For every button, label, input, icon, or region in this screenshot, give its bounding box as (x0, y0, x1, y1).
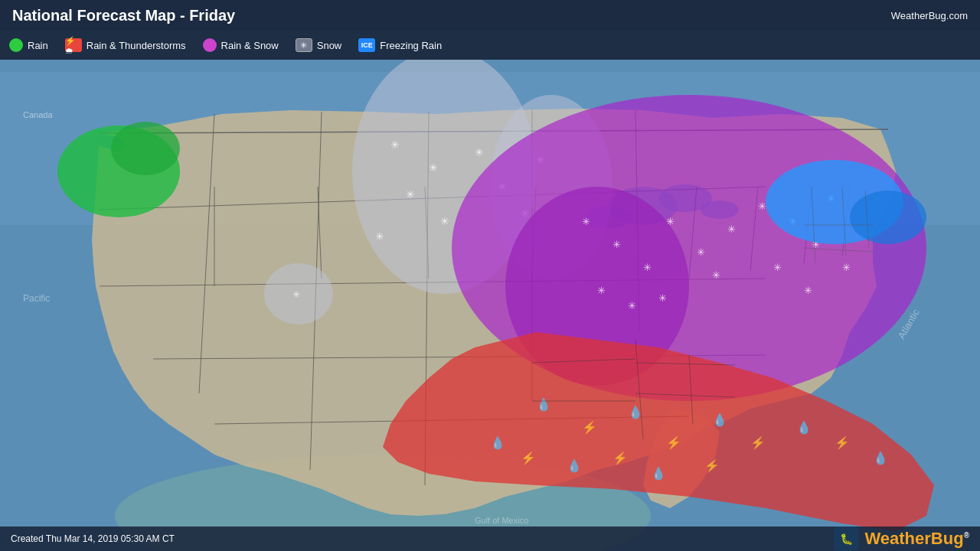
svg-text:⚡: ⚡ (521, 451, 536, 465)
svg-text:✳: ✳ (804, 285, 812, 296)
legend-freezing: ICE Freezing Rain (358, 38, 442, 52)
svg-text:✳: ✳ (697, 246, 705, 258)
map-area: ✳ ✳ ✳ ✳ ✳ ✳ ✳ ✳ ✳ ✳ ✳ ✳ ✳ ✳ ✳ ✳ ✳ ✳ ✳ (0, 60, 980, 551)
svg-text:✳: ✳ (666, 216, 675, 227)
page-title: National Forecast Map - Friday (12, 7, 235, 24)
svg-text:✳: ✳ (597, 285, 606, 296)
weatherbug-logo: 🐛 WeatherBug® (834, 527, 969, 551)
weatherbug-logo-icon: 🐛 (834, 527, 858, 551)
svg-text:✳: ✳ (658, 292, 667, 304)
bottom-bar: Created Thu Mar 14, 2019 05:30 AM CT 🐛 W… (0, 527, 980, 551)
svg-text:💧: 💧 (567, 458, 582, 473)
svg-text:💧: 💧 (536, 397, 551, 412)
svg-text:✳: ✳ (758, 201, 766, 212)
svg-text:✳: ✳ (712, 269, 720, 281)
svg-text:✳: ✳ (475, 146, 484, 158)
svg-text:✳: ✳ (390, 139, 400, 151)
legend-rain: Rain (9, 38, 48, 52)
svg-text:💧: 💧 (873, 451, 888, 465)
svg-text:💧: 💧 (796, 420, 812, 435)
svg-text:✳: ✳ (628, 300, 636, 311)
rain-thunder-label: Rain & Thunderstorms (87, 40, 186, 51)
rain-icon (9, 38, 23, 52)
svg-text:✳: ✳ (582, 216, 590, 227)
weatherbug-top-link[interactable]: WeatherBug.com (891, 10, 968, 21)
svg-point-79 (111, 122, 180, 175)
svg-text:⚡: ⚡ (582, 420, 597, 435)
svg-text:💧: 💧 (651, 466, 666, 481)
svg-text:Gulf of Mexico: Gulf of Mexico (475, 516, 528, 525)
freezing-label: Freezing Rain (380, 40, 442, 51)
rain-snow-icon (203, 38, 217, 52)
svg-text:⚡: ⚡ (666, 435, 681, 450)
main-container: National Forecast Map - Friday WeatherBu… (0, 0, 980, 551)
svg-text:✳: ✳ (375, 230, 384, 243)
created-timestamp: Created Thu Mar 14, 2019 05:30 AM CT (11, 533, 175, 544)
svg-text:✳: ✳ (429, 161, 438, 174)
rain-thunder-icon: ⚡🌧 (65, 38, 82, 52)
svg-text:✳: ✳ (440, 215, 449, 227)
svg-text:✳: ✳ (292, 289, 300, 300)
svg-text:✳: ✳ (406, 188, 415, 201)
rain-snow-label: Rain & Snow (221, 40, 279, 51)
legend-bar: Rain ⚡🌧 Rain & Thunderstorms Rain & Snow… (0, 31, 980, 60)
svg-text:Canada: Canada (23, 110, 53, 119)
freezing-icon: ICE (358, 38, 375, 52)
svg-text:✳: ✳ (727, 223, 736, 235)
legend-rain-snow: Rain & Snow (203, 38, 279, 52)
svg-text:✳: ✳ (842, 262, 851, 273)
map-svg: ✳ ✳ ✳ ✳ ✳ ✳ ✳ ✳ ✳ ✳ ✳ ✳ ✳ ✳ ✳ ✳ ✳ ✳ ✳ (0, 60, 980, 551)
svg-text:💧: 💧 (490, 435, 505, 450)
snow-icon: ✳ (296, 38, 312, 52)
svg-text:⚡: ⚡ (612, 451, 628, 465)
svg-text:⚡: ⚡ (750, 435, 766, 450)
svg-point-61 (850, 191, 926, 244)
legend-rain-thunder: ⚡🌧 Rain & Thunderstorms (65, 38, 186, 52)
title-bar: National Forecast Map - Friday WeatherBu… (0, 0, 980, 31)
snow-label: Snow (317, 40, 342, 51)
svg-text:✳: ✳ (773, 262, 782, 273)
svg-text:⚡: ⚡ (835, 435, 850, 450)
svg-text:⚡: ⚡ (704, 458, 720, 473)
weatherbug-logo-text: WeatherBug® (864, 529, 969, 549)
legend-snow: ✳ Snow (296, 38, 342, 52)
rain-label: Rain (28, 40, 48, 51)
svg-text:💧: 💧 (712, 412, 727, 427)
svg-text:✳: ✳ (643, 262, 652, 273)
svg-text:✳: ✳ (612, 239, 621, 250)
svg-text:Pacific: Pacific (23, 293, 50, 304)
